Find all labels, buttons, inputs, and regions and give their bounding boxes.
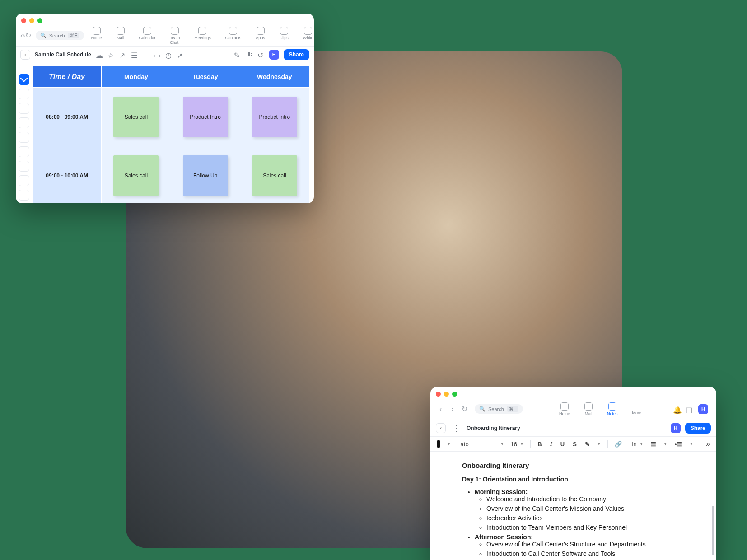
color-swatch[interactable] (437, 440, 440, 448)
contacts-icon (229, 27, 237, 35)
scrollbar-thumb[interactable] (712, 506, 714, 555)
tab-apps[interactable]: Apps (253, 25, 268, 47)
schedule-card[interactable]: Product Intro (252, 97, 297, 137)
schedule-cell[interactable]: Sales call (102, 146, 171, 204)
tab-calendar[interactable]: Calendar (136, 25, 159, 47)
tool-shape[interactable] (19, 103, 29, 114)
canvas[interactable]: Time / DayMondayTuesdayWednesday08:00 - … (32, 63, 314, 203)
search-input[interactable]: 🔍 Search ⌘F (36, 31, 84, 40)
app-topbar: ‹ › ↻ 🔍 Search ⌘F HomeMailCalendarTeam C… (16, 25, 314, 47)
maximize-icon[interactable] (37, 18, 42, 23)
refresh-icon[interactable]: ↻ (25, 31, 31, 40)
panel-icon[interactable]: ◫ (686, 406, 693, 413)
tool-palette (16, 63, 32, 203)
nav-back-icon[interactable]: ‹ (435, 405, 447, 413)
list-icon[interactable]: ☰ (131, 51, 138, 58)
pointer-icon[interactable]: ➚ (177, 51, 184, 58)
nav-forward-icon[interactable]: › (447, 405, 458, 413)
back-button[interactable]: ‹ (436, 423, 446, 433)
agenda-item: Overview of the Call Center's Mission an… (486, 505, 685, 512)
schedule-cell[interactable]: Product Intro (240, 88, 309, 146)
star-icon[interactable]: ☆ (107, 51, 115, 58)
notes-window: ‹ › ↻ 🔍 Search ⌘F HomeMailNotes⋯More 🔔 ◫… (430, 387, 716, 560)
schedule-cell[interactable]: Sales call (102, 88, 171, 146)
avatar[interactable]: H (671, 423, 681, 433)
tab-label: Apps (256, 36, 265, 40)
tab-mail[interactable]: Mail (582, 401, 595, 418)
schedule-card[interactable]: Sales call (113, 97, 159, 137)
tool-connector[interactable] (19, 190, 29, 201)
tool-comment[interactable] (19, 161, 29, 172)
overflow-icon[interactable]: » (706, 440, 710, 448)
minimize-icon[interactable] (444, 392, 449, 397)
home-icon (93, 27, 101, 35)
tab-label: Calendar (139, 36, 156, 40)
tab-contacts[interactable]: Contacts (223, 25, 244, 47)
agenda-item: Icebreaker Activities (486, 514, 685, 522)
italic-button[interactable]: I (549, 439, 553, 448)
highlight-button[interactable]: ✎ (584, 440, 591, 448)
avatar[interactable]: H (269, 50, 279, 60)
search-input[interactable]: 🔍 Search ⌘F (475, 404, 523, 414)
cloud-icon[interactable]: ☁ (96, 51, 103, 58)
tab-clips[interactable]: Clips (277, 25, 291, 47)
timer-icon[interactable]: ◴ (165, 51, 173, 58)
day-header: Wednesday (240, 66, 309, 88)
tool-line[interactable] (19, 117, 29, 128)
tab-white[interactable]: White (300, 25, 314, 47)
share-button[interactable]: Share (284, 49, 309, 60)
history-icon[interactable]: ↺ (257, 51, 265, 58)
bold-button[interactable]: B (537, 440, 542, 448)
maximize-icon[interactable] (452, 392, 457, 397)
comment-icon[interactable]: ✎ (234, 51, 241, 58)
window-controls (430, 387, 716, 398)
avatar[interactable]: H (698, 404, 708, 414)
link-button[interactable]: 🔗 (614, 440, 623, 448)
tab-more[interactable]: ⋯More (629, 401, 644, 418)
agenda-item: Introduction to Call Center Software and… (486, 550, 685, 557)
present-icon[interactable]: ▭ (154, 51, 161, 58)
doc-toolbar: ‹ ⋮ Onboarding Itinerary H Share (430, 420, 716, 437)
tool-frame[interactable] (19, 175, 29, 186)
refresh-icon[interactable]: ↻ (458, 405, 470, 413)
back-button[interactable]: ‹ (20, 50, 30, 60)
tab-home[interactable]: Home (89, 25, 105, 47)
search-placeholder: Search (49, 33, 65, 38)
tab-notes[interactable]: Notes (604, 401, 621, 418)
strike-button[interactable]: S (572, 440, 578, 448)
export-icon[interactable]: ↗ (119, 51, 126, 58)
schedule-cell[interactable]: Product Intro (171, 88, 240, 146)
kebab-menu-icon[interactable]: ⋮ (450, 423, 462, 433)
close-icon[interactable] (21, 18, 26, 23)
search-icon: 🔍 (479, 406, 486, 412)
reactions-icon[interactable]: 👁 (246, 51, 253, 58)
schedule-card[interactable]: Sales call (252, 155, 297, 196)
team chat-icon (171, 27, 179, 35)
tool-pointer[interactable] (19, 74, 29, 85)
tool-sticky[interactable] (19, 146, 29, 157)
share-button[interactable]: Share (685, 423, 711, 434)
tab-label: Home (559, 411, 570, 416)
tab-team-chat[interactable]: Team Chat (167, 25, 182, 47)
schedule-card[interactable]: Follow Up (183, 155, 228, 196)
font-select[interactable]: Lato (457, 441, 468, 448)
heading-select[interactable]: Hn▼ (629, 441, 644, 448)
schedule-card[interactable]: Product Intro (183, 97, 228, 137)
size-select[interactable]: 16▼ (510, 441, 523, 448)
tab-mail[interactable]: Mail (114, 25, 127, 47)
schedule-cell[interactable]: Follow Up (171, 146, 240, 204)
minimize-icon[interactable] (29, 18, 34, 23)
tool-pen[interactable] (19, 89, 29, 99)
tab-home[interactable]: Home (556, 401, 573, 418)
app-tabs: HomeMailNotes⋯More (528, 401, 673, 418)
list-button[interactable]: •☰ (674, 440, 683, 448)
tool-text[interactable] (19, 132, 29, 143)
align-button[interactable]: ☰ (650, 440, 657, 448)
bell-icon[interactable]: 🔔 (673, 406, 680, 413)
schedule-cell[interactable]: Sales call (240, 146, 309, 204)
tab-meetings[interactable]: Meetings (191, 25, 214, 47)
close-icon[interactable] (436, 392, 441, 397)
editor[interactable]: Onboarding Itinerary Day 1: Orientation … (430, 452, 716, 560)
underline-button[interactable]: U (560, 440, 565, 448)
schedule-card[interactable]: Sales call (113, 155, 159, 196)
